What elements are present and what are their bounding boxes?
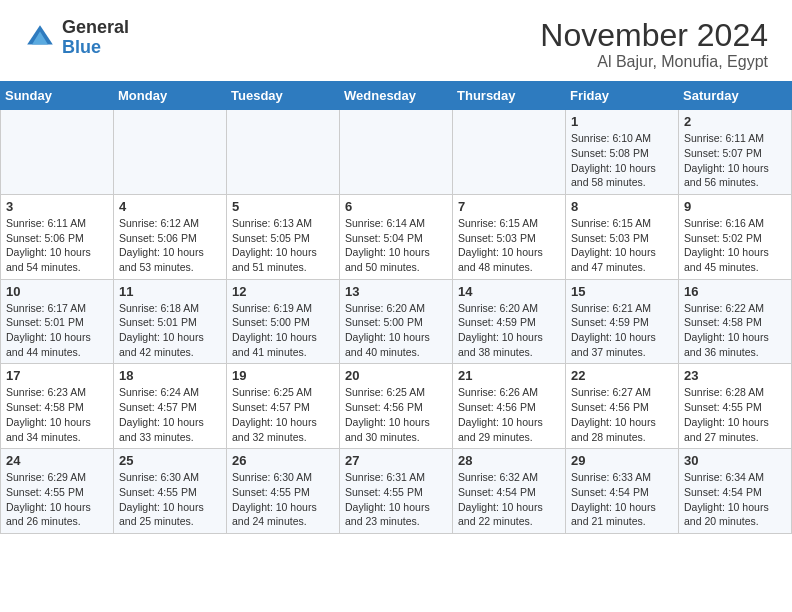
- calendar-day-cell: 16Sunrise: 6:22 AM Sunset: 4:58 PM Dayli…: [679, 279, 792, 364]
- calendar-table: SundayMondayTuesdayWednesdayThursdayFrid…: [0, 81, 792, 534]
- weekday-header-cell: Monday: [114, 82, 227, 110]
- calendar-day-cell: 25Sunrise: 6:30 AM Sunset: 4:55 PM Dayli…: [114, 449, 227, 534]
- weekday-header-cell: Sunday: [1, 82, 114, 110]
- calendar-week-row: 24Sunrise: 6:29 AM Sunset: 4:55 PM Dayli…: [1, 449, 792, 534]
- day-info: Sunrise: 6:15 AM Sunset: 5:03 PM Dayligh…: [571, 216, 673, 275]
- day-info: Sunrise: 6:11 AM Sunset: 5:06 PM Dayligh…: [6, 216, 108, 275]
- title-block: November 2024 Al Bajur, Monufia, Egypt: [540, 18, 768, 71]
- calendar-day-cell: [453, 110, 566, 195]
- day-number: 23: [684, 368, 786, 383]
- calendar-day-cell: 7Sunrise: 6:15 AM Sunset: 5:03 PM Daylig…: [453, 194, 566, 279]
- day-info: Sunrise: 6:11 AM Sunset: 5:07 PM Dayligh…: [684, 131, 786, 190]
- day-info: Sunrise: 6:17 AM Sunset: 5:01 PM Dayligh…: [6, 301, 108, 360]
- calendar-day-cell: 3Sunrise: 6:11 AM Sunset: 5:06 PM Daylig…: [1, 194, 114, 279]
- calendar-day-cell: 21Sunrise: 6:26 AM Sunset: 4:56 PM Dayli…: [453, 364, 566, 449]
- calendar-day-cell: 20Sunrise: 6:25 AM Sunset: 4:56 PM Dayli…: [340, 364, 453, 449]
- day-number: 17: [6, 368, 108, 383]
- day-info: Sunrise: 6:20 AM Sunset: 5:00 PM Dayligh…: [345, 301, 447, 360]
- calendar-day-cell: 22Sunrise: 6:27 AM Sunset: 4:56 PM Dayli…: [566, 364, 679, 449]
- calendar-day-cell: 12Sunrise: 6:19 AM Sunset: 5:00 PM Dayli…: [227, 279, 340, 364]
- day-info: Sunrise: 6:16 AM Sunset: 5:02 PM Dayligh…: [684, 216, 786, 275]
- calendar-day-cell: 6Sunrise: 6:14 AM Sunset: 5:04 PM Daylig…: [340, 194, 453, 279]
- day-number: 5: [232, 199, 334, 214]
- day-info: Sunrise: 6:34 AM Sunset: 4:54 PM Dayligh…: [684, 470, 786, 529]
- calendar-day-cell: 23Sunrise: 6:28 AM Sunset: 4:55 PM Dayli…: [679, 364, 792, 449]
- day-info: Sunrise: 6:15 AM Sunset: 5:03 PM Dayligh…: [458, 216, 560, 275]
- day-number: 4: [119, 199, 221, 214]
- day-number: 13: [345, 284, 447, 299]
- calendar-day-cell: 1Sunrise: 6:10 AM Sunset: 5:08 PM Daylig…: [566, 110, 679, 195]
- day-info: Sunrise: 6:10 AM Sunset: 5:08 PM Dayligh…: [571, 131, 673, 190]
- month-title: November 2024: [540, 18, 768, 53]
- calendar-day-cell: 11Sunrise: 6:18 AM Sunset: 5:01 PM Dayli…: [114, 279, 227, 364]
- calendar-week-row: 10Sunrise: 6:17 AM Sunset: 5:01 PM Dayli…: [1, 279, 792, 364]
- page-header: General Blue November 2024 Al Bajur, Mon…: [0, 0, 792, 81]
- day-number: 24: [6, 453, 108, 468]
- day-number: 25: [119, 453, 221, 468]
- day-number: 16: [684, 284, 786, 299]
- calendar-day-cell: 13Sunrise: 6:20 AM Sunset: 5:00 PM Dayli…: [340, 279, 453, 364]
- logo-icon: [24, 22, 56, 54]
- day-number: 8: [571, 199, 673, 214]
- day-number: 30: [684, 453, 786, 468]
- day-info: Sunrise: 6:25 AM Sunset: 4:56 PM Dayligh…: [345, 385, 447, 444]
- calendar-week-row: 3Sunrise: 6:11 AM Sunset: 5:06 PM Daylig…: [1, 194, 792, 279]
- day-number: 12: [232, 284, 334, 299]
- calendar-day-cell: 30Sunrise: 6:34 AM Sunset: 4:54 PM Dayli…: [679, 449, 792, 534]
- day-number: 20: [345, 368, 447, 383]
- day-number: 6: [345, 199, 447, 214]
- day-info: Sunrise: 6:30 AM Sunset: 4:55 PM Dayligh…: [119, 470, 221, 529]
- day-info: Sunrise: 6:30 AM Sunset: 4:55 PM Dayligh…: [232, 470, 334, 529]
- day-info: Sunrise: 6:29 AM Sunset: 4:55 PM Dayligh…: [6, 470, 108, 529]
- day-number: 27: [345, 453, 447, 468]
- location-title: Al Bajur, Monufia, Egypt: [540, 53, 768, 71]
- calendar-header-row: SundayMondayTuesdayWednesdayThursdayFrid…: [1, 82, 792, 110]
- day-number: 14: [458, 284, 560, 299]
- day-number: 18: [119, 368, 221, 383]
- day-info: Sunrise: 6:19 AM Sunset: 5:00 PM Dayligh…: [232, 301, 334, 360]
- day-info: Sunrise: 6:33 AM Sunset: 4:54 PM Dayligh…: [571, 470, 673, 529]
- calendar-day-cell: 10Sunrise: 6:17 AM Sunset: 5:01 PM Dayli…: [1, 279, 114, 364]
- calendar-day-cell: 28Sunrise: 6:32 AM Sunset: 4:54 PM Dayli…: [453, 449, 566, 534]
- calendar-day-cell: 18Sunrise: 6:24 AM Sunset: 4:57 PM Dayli…: [114, 364, 227, 449]
- calendar-day-cell: 24Sunrise: 6:29 AM Sunset: 4:55 PM Dayli…: [1, 449, 114, 534]
- weekday-header-cell: Thursday: [453, 82, 566, 110]
- calendar-day-cell: 2Sunrise: 6:11 AM Sunset: 5:07 PM Daylig…: [679, 110, 792, 195]
- day-info: Sunrise: 6:28 AM Sunset: 4:55 PM Dayligh…: [684, 385, 786, 444]
- weekday-header-cell: Tuesday: [227, 82, 340, 110]
- calendar-day-cell: 5Sunrise: 6:13 AM Sunset: 5:05 PM Daylig…: [227, 194, 340, 279]
- day-info: Sunrise: 6:13 AM Sunset: 5:05 PM Dayligh…: [232, 216, 334, 275]
- day-number: 28: [458, 453, 560, 468]
- logo-general: General: [62, 18, 129, 38]
- calendar-day-cell: 15Sunrise: 6:21 AM Sunset: 4:59 PM Dayli…: [566, 279, 679, 364]
- day-number: 22: [571, 368, 673, 383]
- day-info: Sunrise: 6:14 AM Sunset: 5:04 PM Dayligh…: [345, 216, 447, 275]
- calendar-day-cell: 4Sunrise: 6:12 AM Sunset: 5:06 PM Daylig…: [114, 194, 227, 279]
- calendar-day-cell: 8Sunrise: 6:15 AM Sunset: 5:03 PM Daylig…: [566, 194, 679, 279]
- day-number: 29: [571, 453, 673, 468]
- calendar-day-cell: 14Sunrise: 6:20 AM Sunset: 4:59 PM Dayli…: [453, 279, 566, 364]
- calendar-day-cell: 9Sunrise: 6:16 AM Sunset: 5:02 PM Daylig…: [679, 194, 792, 279]
- day-info: Sunrise: 6:20 AM Sunset: 4:59 PM Dayligh…: [458, 301, 560, 360]
- day-number: 11: [119, 284, 221, 299]
- day-info: Sunrise: 6:12 AM Sunset: 5:06 PM Dayligh…: [119, 216, 221, 275]
- logo-blue: Blue: [62, 38, 129, 58]
- day-number: 1: [571, 114, 673, 129]
- calendar-day-cell: [340, 110, 453, 195]
- calendar-day-cell: [1, 110, 114, 195]
- day-info: Sunrise: 6:31 AM Sunset: 4:55 PM Dayligh…: [345, 470, 447, 529]
- calendar-week-row: 1Sunrise: 6:10 AM Sunset: 5:08 PM Daylig…: [1, 110, 792, 195]
- day-info: Sunrise: 6:22 AM Sunset: 4:58 PM Dayligh…: [684, 301, 786, 360]
- calendar-week-row: 17Sunrise: 6:23 AM Sunset: 4:58 PM Dayli…: [1, 364, 792, 449]
- calendar-day-cell: 27Sunrise: 6:31 AM Sunset: 4:55 PM Dayli…: [340, 449, 453, 534]
- day-info: Sunrise: 6:23 AM Sunset: 4:58 PM Dayligh…: [6, 385, 108, 444]
- day-number: 2: [684, 114, 786, 129]
- day-number: 21: [458, 368, 560, 383]
- day-info: Sunrise: 6:21 AM Sunset: 4:59 PM Dayligh…: [571, 301, 673, 360]
- calendar-day-cell: 26Sunrise: 6:30 AM Sunset: 4:55 PM Dayli…: [227, 449, 340, 534]
- day-number: 10: [6, 284, 108, 299]
- logo: General Blue: [24, 18, 129, 58]
- day-number: 19: [232, 368, 334, 383]
- day-info: Sunrise: 6:27 AM Sunset: 4:56 PM Dayligh…: [571, 385, 673, 444]
- calendar-day-cell: [227, 110, 340, 195]
